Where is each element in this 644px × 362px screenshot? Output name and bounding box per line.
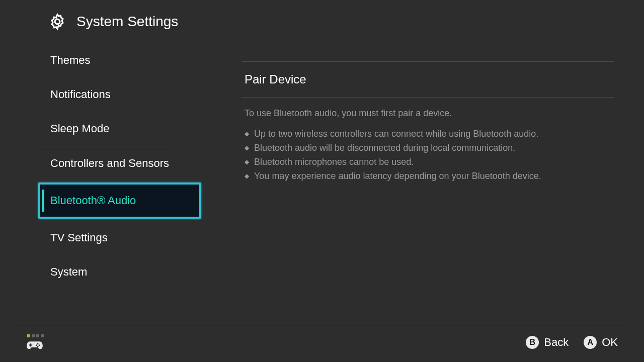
bluetooth-notes-list: Up to two wireless controllers can conne… [242,127,614,184]
list-item: You may experience audio latency dependi… [245,169,614,184]
svg-point-4 [39,344,40,346]
controller-icon [26,339,43,350]
sidebar-item-label: Themes [50,54,90,67]
controller-status [26,334,44,350]
svg-point-6 [36,344,37,346]
sidebar-item-tv-settings[interactable]: TV Settings [0,221,211,255]
sidebar-item-system[interactable]: System [0,255,211,289]
b-button-icon: B [526,336,539,349]
svg-point-5 [37,346,39,347]
footer: B Back A OK [16,322,628,362]
player-slot-2-icon [32,334,35,337]
sidebar-item-label: Bluetooth® Audio [50,194,136,207]
svg-point-0 [55,19,60,24]
sidebar-item-label: Notifications [50,88,111,101]
bluetooth-intro-text: To use Bluetooth audio, you must first p… [242,107,614,120]
sidebar-item-notifications[interactable]: Notifications [0,77,211,112]
sidebar-item-label: Controllers and Sensors [50,157,169,170]
sidebar-item-bluetooth-audio[interactable]: Bluetooth® Audio [38,183,201,219]
gear-icon [48,13,66,31]
a-button-icon: A [584,336,597,349]
list-item: Up to two wireless controllers can conne… [245,127,614,141]
main-panel: Pair Device To use Bluetooth audio, you … [211,43,644,319]
sidebar-item-themes[interactable]: Themes [0,43,211,77]
player-slot-4-icon [41,334,44,337]
header: System Settings [16,0,628,43]
sidebar-item-controllers-and-sensors[interactable]: Controllers and Sensors [0,146,211,180]
button-hints: B Back A OK [526,336,618,349]
page-title: System Settings [76,14,178,30]
sidebar-item-label: System [50,265,87,279]
player-slot-1-icon [27,334,30,337]
player-slot-3-icon [36,334,39,337]
settings-sidebar: Themes Notifications Sleep Mode Controll… [0,43,211,319]
hint-label: OK [602,336,618,349]
list-item: Bluetooth microphones cannot be used. [245,155,614,169]
pair-device-label: Pair Device [245,72,306,86]
svg-point-3 [37,343,39,344]
sidebar-item-label: TV Settings [50,231,108,244]
hint-ok: A OK [584,336,618,349]
sidebar-item-label: Sleep Mode [50,122,109,135]
pair-device-row[interactable]: Pair Device [242,61,614,98]
hint-back: B Back [526,336,569,349]
player-slot-indicators [27,334,44,337]
svg-rect-2 [29,344,32,345]
hint-label: Back [544,336,569,349]
list-item: Bluetooth audio will be disconnected dur… [245,141,614,155]
sidebar-item-sleep-mode[interactable]: Sleep Mode [0,112,211,146]
